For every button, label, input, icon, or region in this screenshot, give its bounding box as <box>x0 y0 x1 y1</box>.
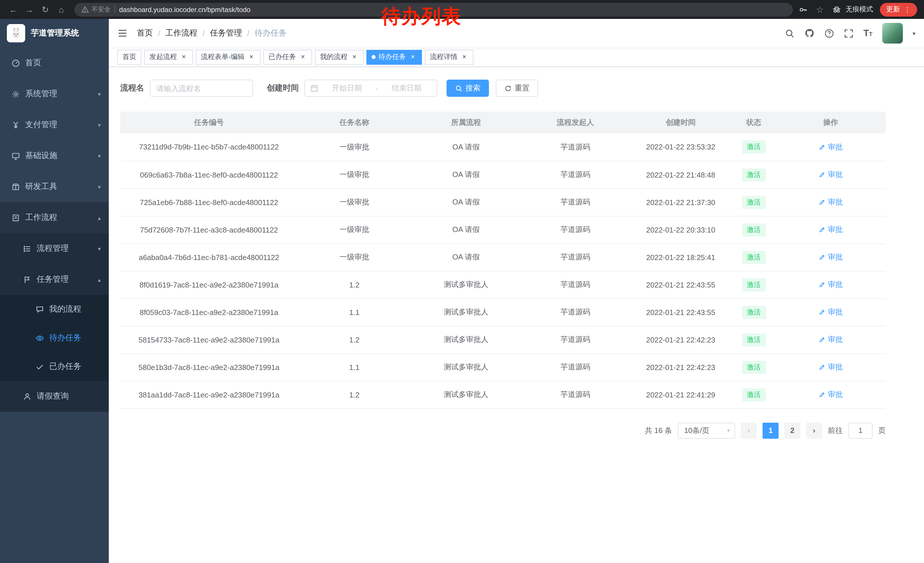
sidebar-item-payment[interactable]: 支付管理 ▾ <box>0 110 109 140</box>
cell-task-name: 一级审批 <box>298 216 411 243</box>
cell-starter: 芋道源码 <box>521 381 630 408</box>
breadcrumb-item[interactable]: 首页 <box>137 28 153 38</box>
sidebar-item-infra[interactable]: 基础设施 ▾ <box>0 140 109 171</box>
sidebar-toggle-icon[interactable] <box>117 28 128 38</box>
tab-label: 流程详情 <box>430 52 458 62</box>
cell-action: 审批 <box>776 381 886 408</box>
cell-process: 测试多审批人 <box>411 381 521 408</box>
approve-button[interactable]: 审批 <box>819 170 843 180</box>
close-icon[interactable]: × <box>180 53 188 61</box>
tab-done-task[interactable]: 已办任务 × <box>263 50 312 65</box>
tab-start-process[interactable]: 发起流程 × <box>144 50 193 65</box>
reload-icon[interactable]: ↻ <box>38 2 52 17</box>
sidebar-item-todo-task[interactable]: 待办任务 <box>0 324 109 352</box>
sidebar-item-workflow[interactable]: 工作流程 ▴ <box>0 202 109 233</box>
reset-button[interactable]: 重置 <box>496 80 538 97</box>
edit-icon <box>819 254 825 261</box>
approve-button-label: 审批 <box>828 362 843 372</box>
not-secure-indicator[interactable]: 不安全 <box>81 5 111 14</box>
tab-my-process[interactable]: 我的流程 × <box>315 50 363 65</box>
close-icon[interactable]: × <box>460 53 468 61</box>
sidebar-item-my-process[interactable]: 我的流程 <box>0 295 109 324</box>
main-area: 首页 / 工作流程 / 任务管理 / 待办任务 <box>109 19 924 563</box>
cell-starter: 芋道源码 <box>521 353 630 381</box>
sidebar-item-task-mgmt[interactable]: 任务管理 ▴ <box>0 264 109 295</box>
process-name-input[interactable] <box>150 80 253 97</box>
approve-button[interactable]: 审批 <box>819 362 843 372</box>
kebab-menu-icon: ⋮ <box>904 6 911 14</box>
approve-button-label: 审批 <box>828 197 843 207</box>
page-button-1[interactable]: 1 <box>762 422 778 438</box>
back-icon[interactable]: ← <box>6 2 21 17</box>
cell-status: 激活 <box>732 299 776 326</box>
prev-page-button[interactable]: ‹ <box>741 422 757 438</box>
cell-action: 审批 <box>776 188 886 216</box>
sidebar-item-process-mgmt[interactable]: 流程管理 ▾ <box>0 233 109 264</box>
page-size-select[interactable]: 10条/页 ▾ <box>678 422 735 438</box>
font-size-large-t: T <box>863 28 869 38</box>
check-icon <box>36 362 44 371</box>
tab-process-detail[interactable]: 流程详情 × <box>425 50 474 65</box>
tab-home[interactable]: 首页 <box>117 50 141 65</box>
status-badge: 激活 <box>742 168 766 181</box>
sidebar-item-leave-query[interactable]: 请假查询 <box>0 381 109 412</box>
approve-button[interactable]: 审批 <box>819 279 843 290</box>
sidebar-item-devtools[interactable]: 研发工具 ▾ <box>0 171 109 202</box>
sidebar: 芋道管理系统 首页 系统管理 ▾ 支付管理 ▾ 基础设施 ▾ 研发工具 ▾ <box>0 19 109 563</box>
tab-label: 待办任务 <box>378 52 406 62</box>
breadcrumb-item[interactable]: 任务管理 <box>210 28 242 38</box>
approve-button[interactable]: 审批 <box>819 142 843 152</box>
cell-task-name: 1.2 <box>298 271 411 299</box>
avatar[interactable] <box>882 23 903 44</box>
avatar-caret-icon[interactable]: ▾ <box>912 30 915 36</box>
bookmark-star-icon[interactable]: ☆ <box>814 2 825 17</box>
fullscreen-icon[interactable] <box>844 29 854 38</box>
approve-button[interactable]: 审批 <box>819 252 843 262</box>
edit-icon <box>819 199 825 206</box>
chrome-update-button[interactable]: 更新 ⋮ <box>880 3 917 17</box>
tab-process-form-edit[interactable]: 流程表单-编辑 × <box>196 50 261 65</box>
font-size-small-t: T <box>869 31 873 37</box>
cell-status: 激活 <box>732 134 776 161</box>
reset-button-label: 重置 <box>514 83 530 93</box>
search-button-label: 搜索 <box>465 83 480 93</box>
sidebar-item-home[interactable]: 首页 <box>0 48 109 78</box>
monitor-icon <box>12 152 20 160</box>
page-button-2[interactable]: 2 <box>784 422 800 438</box>
approve-button[interactable]: 审批 <box>819 197 843 207</box>
sidebar-item-done-task[interactable]: 已办任务 <box>0 352 109 381</box>
close-icon[interactable]: × <box>350 53 358 61</box>
approve-button[interactable]: 审批 <box>819 389 843 400</box>
approve-button[interactable]: 审批 <box>819 307 843 317</box>
close-icon[interactable]: × <box>299 53 307 61</box>
update-label: 更新 <box>886 5 900 14</box>
breadcrumb-item[interactable]: 工作流程 <box>165 28 198 38</box>
tags-view: 首页 发起流程 × 流程表单-编辑 × 已办任务 × 我的流程 × 待办任务 × <box>109 48 924 67</box>
home-icon[interactable]: ⌂ <box>54 2 69 17</box>
help-icon[interactable] <box>824 29 834 38</box>
next-page-button[interactable]: › <box>806 422 822 438</box>
date-range-picker[interactable]: 开始日期 - 结束日期 <box>304 80 437 97</box>
close-icon[interactable]: × <box>409 53 417 61</box>
tab-todo-task[interactable]: 待办任务 × <box>366 50 422 65</box>
search-button[interactable]: 搜索 <box>447 80 489 97</box>
approve-button-label: 审批 <box>828 225 843 235</box>
key-icon[interactable] <box>799 5 808 14</box>
cell-action: 审批 <box>776 243 886 271</box>
search-icon[interactable] <box>785 29 795 38</box>
app-logo-row[interactable]: 芋道管理系统 <box>0 19 109 48</box>
sidebar-item-system[interactable]: 系统管理 ▾ <box>0 78 109 110</box>
breadcrumb: 首页 / 工作流程 / 任务管理 / 待办任务 <box>137 28 286 38</box>
goto-page-input[interactable] <box>848 422 873 438</box>
edit-icon <box>819 226 825 233</box>
forward-icon[interactable]: → <box>22 2 37 17</box>
approve-button[interactable]: 审批 <box>819 225 843 235</box>
rabbit-logo-icon <box>9 26 23 40</box>
process-name-label: 流程名 <box>120 83 144 93</box>
active-dot-icon <box>372 55 375 59</box>
github-icon[interactable] <box>804 28 814 38</box>
font-size-icon[interactable]: TT <box>863 28 873 38</box>
close-icon[interactable]: × <box>248 53 255 61</box>
url-text: dashboard.yudao.iocoder.cn/bpm/task/todo <box>119 6 250 14</box>
approve-button[interactable]: 审批 <box>819 335 843 345</box>
